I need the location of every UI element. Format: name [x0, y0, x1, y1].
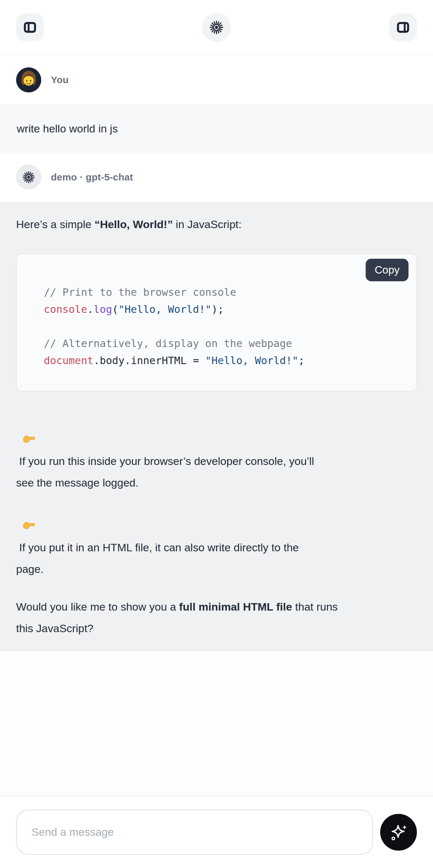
person-emoji-icon: [16, 67, 41, 92]
send-button[interactable]: [380, 814, 417, 850]
top-bar: [0, 0, 433, 55]
point-right-emoji-icon: [22, 519, 36, 532]
point-right-emoji-icon: [22, 432, 36, 445]
code-block: Copy // Print to the browser consolecons…: [16, 254, 417, 392]
chat-empty-area: [0, 651, 433, 796]
sidebar-toggle-button[interactable]: [16, 13, 44, 41]
assistant-message: demo · gpt-5-chat Here’s a simple “Hello…: [0, 152, 433, 651]
starburst-icon: [209, 19, 224, 35]
user-message-text: write hello world in js: [0, 105, 433, 152]
assistant-message-body: Here’s a simple “Hello, World!” in JavaS…: [0, 202, 433, 651]
assistant-tips-text: If you run this inside your browser’s de…: [16, 407, 417, 580]
message-input[interactable]: [16, 810, 373, 855]
panel-right-icon: [396, 20, 410, 35]
assistant-avatar: [16, 165, 41, 190]
code-content: // Print to the browser consoleconsole.l…: [44, 284, 408, 369]
user-message-header: You: [0, 55, 433, 105]
user-sender-label: You: [51, 74, 69, 85]
assistant-question-text: Would you like me to show you a full min…: [16, 596, 417, 639]
assistant-intro-text: Here’s a simple “Hello, World!” in JavaS…: [16, 214, 417, 235]
user-avatar: [16, 67, 41, 92]
right-panel-toggle-button[interactable]: [389, 13, 417, 41]
model-home-button[interactable]: [202, 13, 231, 42]
panel-left-icon: [23, 20, 37, 35]
assistant-sender-label: demo · gpt-5-chat: [51, 172, 133, 183]
composer-bar: [0, 796, 433, 868]
sparkle-icon: [389, 822, 408, 842]
assistant-message-header: demo · gpt-5-chat: [0, 152, 433, 202]
copy-button[interactable]: Copy: [366, 259, 408, 281]
user-message: You write hello world in js: [0, 55, 433, 152]
starburst-icon: [22, 170, 36, 184]
